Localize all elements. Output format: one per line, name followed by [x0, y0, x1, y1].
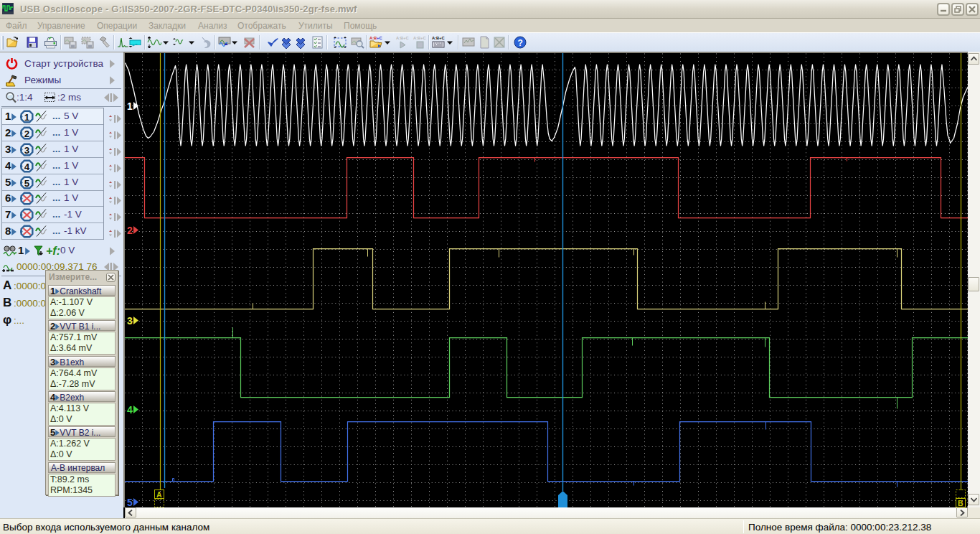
- svg-text:4: 4: [127, 404, 133, 416]
- svg-text:2: 2: [24, 128, 29, 139]
- svg-text:A:B: A:B: [369, 36, 377, 40]
- svg-text:3: 3: [127, 315, 133, 327]
- svg-text:5: 5: [24, 178, 30, 189]
- svg-text:?: ?: [518, 38, 523, 48]
- svg-text:3: 3: [24, 145, 29, 156]
- svg-text:4: 4: [24, 161, 30, 172]
- svg-text:+C: +C: [420, 36, 426, 40]
- svg-text:+C: +C: [377, 36, 382, 40]
- svg-text:B: B: [958, 499, 963, 507]
- svg-text:2: 2: [127, 225, 133, 236]
- svg-text:A:B: A:B: [432, 36, 439, 40]
- svg-text:A:B: A:B: [413, 36, 420, 40]
- svg-text:1: 1: [127, 100, 133, 112]
- svg-text:A:B: A:B: [396, 36, 403, 40]
- svg-text:+C: +C: [403, 36, 409, 40]
- svg-text:1: 1: [24, 112, 30, 123]
- svg-text:+C: +C: [439, 36, 445, 40]
- svg-text:A: A: [156, 490, 162, 499]
- svg-text:5: 5: [127, 497, 133, 507]
